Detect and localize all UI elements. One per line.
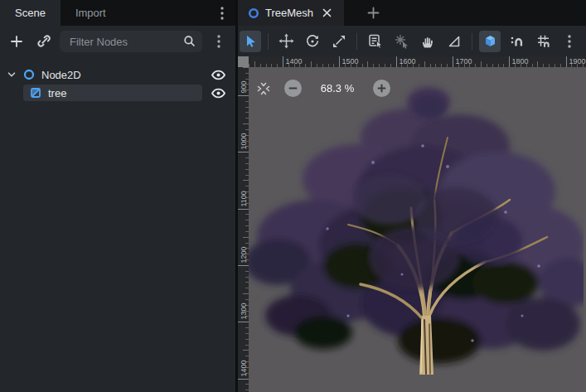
svg-text:900: 900 <box>240 80 248 93</box>
svg-text:1800: 1800 <box>512 57 529 65</box>
instantiate-scene-button[interactable] <box>33 31 53 51</box>
svg-text:1200: 1200 <box>240 246 248 263</box>
tab-scene[interactable]: Scene <box>0 0 61 26</box>
node-label: Node2D <box>41 69 207 81</box>
tab-import[interactable]: Import <box>61 0 121 26</box>
tree-row-tree[interactable]: tree <box>0 84 235 102</box>
eye-icon <box>211 88 226 99</box>
main-viewport-panel: TreeMesh <box>238 0 586 392</box>
add-node-button[interactable] <box>7 31 27 51</box>
plus-icon <box>377 84 386 93</box>
zoom-percentage[interactable]: 68.3 % <box>307 82 368 94</box>
zoom-controls: 68.3 % <box>255 80 390 97</box>
ruler-icon <box>447 34 462 49</box>
vertical-dots-icon <box>217 35 220 48</box>
minus-icon <box>288 84 298 93</box>
filter-nodes-field <box>60 31 202 52</box>
visibility-eye-button[interactable] <box>207 84 229 102</box>
v-ruler: 90010001100120013001400 <box>238 67 249 392</box>
plus-icon <box>10 35 23 48</box>
zoom-in-button[interactable] <box>373 80 390 97</box>
toolbar-separator <box>268 33 269 50</box>
ruler-corner <box>238 56 249 67</box>
svg-text:1000: 1000 <box>240 133 248 149</box>
new-scene-tab-button[interactable] <box>361 0 385 26</box>
scale-mode-button[interactable] <box>328 31 350 52</box>
snap-options-button[interactable] <box>559 31 580 52</box>
rotate-mode-button[interactable] <box>302 31 323 52</box>
svg-text:1100: 1100 <box>240 191 248 206</box>
pan-mode-button[interactable] <box>417 31 438 52</box>
canvas-toolbar <box>238 26 586 56</box>
smart-snap-button[interactable] <box>506 31 527 52</box>
select-mode-button[interactable] <box>240 31 261 52</box>
node-label: tree <box>48 87 207 99</box>
close-icon <box>322 8 332 17</box>
vertical-dots-icon <box>220 7 224 20</box>
mesh-instance-2d-icon <box>30 87 41 99</box>
viewport-canvas[interactable]: 68.3 % <box>249 67 586 392</box>
center-view-icon[interactable] <box>255 80 272 97</box>
scene-node2d-icon <box>248 7 259 19</box>
list-select-button[interactable] <box>364 31 385 52</box>
close-tab-button[interactable] <box>319 6 334 21</box>
plus-icon <box>367 7 380 19</box>
scene-dock-tabbar: Scene Import <box>0 0 235 26</box>
godot-editor-window: Scene Import <box>0 0 586 392</box>
visibility-eye-button[interactable] <box>207 65 229 84</box>
h-ruler: 140015001600170018001900 <box>249 56 586 67</box>
canvas-area: 140015001600170018001900 900100011001200… <box>238 56 586 392</box>
select-arrow-icon <box>243 34 258 49</box>
move-mode-button[interactable] <box>275 31 297 52</box>
search-icon <box>183 35 196 47</box>
svg-text:1400: 1400 <box>240 360 248 376</box>
zoom-out-button[interactable] <box>284 80 302 97</box>
scale-icon <box>332 34 346 49</box>
link-icon <box>36 35 51 49</box>
dock-menu-button[interactable] <box>214 0 230 26</box>
smart-snap-magnet-icon <box>509 33 525 49</box>
tab-scene-label: Scene <box>15 7 46 19</box>
tab-import-label: Import <box>75 7 106 19</box>
pan-hand-icon <box>420 34 435 49</box>
mesh-cube-icon <box>482 33 498 49</box>
move-icon <box>278 33 294 49</box>
vertical-dots-icon <box>568 35 571 48</box>
scene-tree: Node2D tree <box>0 57 235 392</box>
ruler-mode-button[interactable] <box>443 31 465 52</box>
scene-dock-toolbar <box>0 26 235 57</box>
scene-tree-options-button[interactable] <box>209 31 229 51</box>
collapse-chevron-icon[interactable] <box>7 70 17 80</box>
tab-treemesh[interactable]: TreeMesh <box>238 0 344 26</box>
svg-text:1300: 1300 <box>240 302 248 319</box>
pivot-mode-button[interactable] <box>390 31 412 52</box>
tab-treemesh-label: TreeMesh <box>265 7 313 19</box>
eye-icon <box>211 70 226 80</box>
svg-text:1500: 1500 <box>342 57 359 65</box>
tree-row-node2d[interactable]: Node2D <box>0 65 235 84</box>
pivot-icon <box>394 33 409 49</box>
grid-snap-button[interactable] <box>532 31 554 52</box>
mesh-menu-button[interactable] <box>479 31 501 52</box>
filter-nodes-input[interactable] <box>60 31 202 52</box>
scene-dock: Scene Import <box>0 0 238 392</box>
tree-sprite[interactable] <box>249 67 584 392</box>
scene-tabbar: TreeMesh <box>238 0 586 26</box>
toolbar-separator <box>472 33 472 50</box>
list-select-icon <box>367 33 383 49</box>
toolbar-separator <box>356 33 357 50</box>
node2d-icon <box>23 69 35 80</box>
grid-snap-icon <box>535 33 551 49</box>
rotate-icon <box>305 34 320 49</box>
